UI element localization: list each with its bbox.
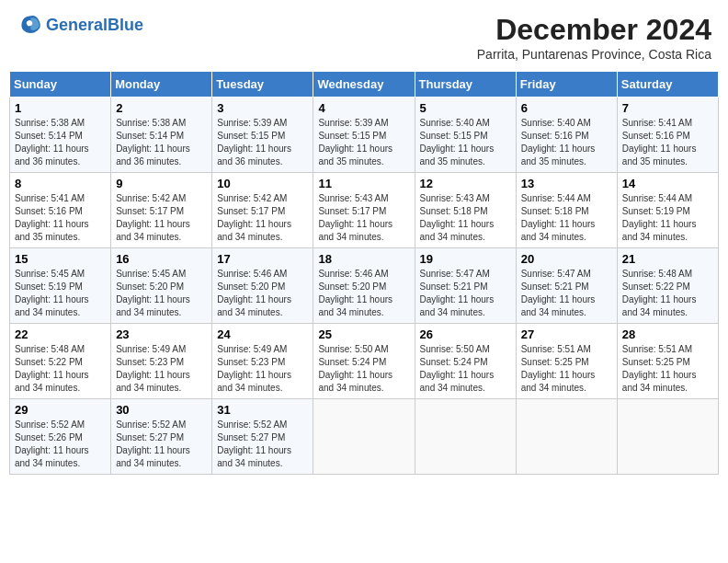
calendar-week-2: 8Sunrise: 5:41 AMSunset: 5:16 PMDaylight… [10, 173, 719, 248]
day-number: 27 [521, 327, 612, 341]
day-number: 24 [217, 327, 308, 341]
day-info: Sunrise: 5:51 AMSunset: 5:25 PMDaylight:… [622, 343, 713, 395]
weekday-header-monday: Monday [111, 72, 212, 98]
calendar-cell: 30Sunrise: 5:52 AMSunset: 5:27 PMDayligh… [111, 399, 212, 475]
day-number: 29 [15, 403, 106, 417]
day-number: 14 [622, 177, 713, 190]
day-number: 18 [318, 252, 409, 266]
day-number: 4 [318, 101, 409, 115]
calendar-cell: 18Sunrise: 5:46 AMSunset: 5:20 PMDayligh… [313, 248, 415, 324]
calendar-cell: 28Sunrise: 5:51 AMSunset: 5:25 PMDayligh… [617, 324, 718, 399]
day-number: 20 [521, 252, 612, 266]
calendar-cell: 3Sunrise: 5:39 AMSunset: 5:15 PMDaylight… [212, 98, 313, 173]
weekday-header-row: SundayMondayTuesdayWednesdayThursdayFrid… [10, 72, 719, 98]
calendar-cell: 17Sunrise: 5:46 AMSunset: 5:20 PMDayligh… [212, 248, 313, 324]
calendar-cell: 24Sunrise: 5:49 AMSunset: 5:23 PMDayligh… [212, 324, 313, 399]
logo-general: General [46, 16, 108, 34]
calendar-cell: 22Sunrise: 5:48 AMSunset: 5:22 PMDayligh… [10, 324, 111, 399]
day-number: 13 [521, 177, 612, 190]
calendar-cell: 11Sunrise: 5:43 AMSunset: 5:17 PMDayligh… [313, 173, 415, 248]
day-number: 7 [622, 101, 713, 115]
calendar-cell: 13Sunrise: 5:44 AMSunset: 5:18 PMDayligh… [516, 173, 617, 248]
weekday-header-tuesday: Tuesday [212, 72, 313, 98]
day-number: 26 [420, 327, 511, 341]
day-number: 8 [15, 177, 106, 190]
day-info: Sunrise: 5:42 AMSunset: 5:17 PMDaylight:… [116, 192, 207, 244]
day-info: Sunrise: 5:47 AMSunset: 5:21 PMDaylight:… [521, 268, 612, 319]
day-number: 30 [116, 403, 207, 417]
day-info: Sunrise: 5:43 AMSunset: 5:17 PMDaylight:… [318, 192, 409, 244]
day-info: Sunrise: 5:40 AMSunset: 5:16 PMDaylight:… [521, 117, 612, 168]
day-number: 16 [116, 252, 207, 266]
calendar-cell: 25Sunrise: 5:50 AMSunset: 5:24 PMDayligh… [313, 324, 415, 399]
day-info: Sunrise: 5:43 AMSunset: 5:18 PMDaylight:… [420, 192, 511, 244]
day-info: Sunrise: 5:46 AMSunset: 5:20 PMDaylight:… [318, 268, 409, 319]
day-info: Sunrise: 5:49 AMSunset: 5:23 PMDaylight:… [217, 343, 308, 395]
day-info: Sunrise: 5:38 AMSunset: 5:14 PMDaylight:… [15, 117, 106, 168]
day-number: 10 [217, 177, 308, 190]
day-number: 19 [420, 252, 511, 266]
calendar-cell: 20Sunrise: 5:47 AMSunset: 5:21 PMDayligh… [516, 248, 617, 324]
day-number: 6 [521, 101, 612, 115]
calendar-cell: 15Sunrise: 5:45 AMSunset: 5:19 PMDayligh… [10, 248, 111, 324]
day-number: 3 [217, 101, 308, 115]
calendar-cell: 23Sunrise: 5:49 AMSunset: 5:23 PMDayligh… [111, 324, 212, 399]
logo-text: GeneralBlue [46, 17, 143, 35]
day-info: Sunrise: 5:38 AMSunset: 5:14 PMDaylight:… [116, 117, 207, 168]
day-info: Sunrise: 5:41 AMSunset: 5:16 PMDaylight:… [15, 192, 106, 244]
calendar-cell: 19Sunrise: 5:47 AMSunset: 5:21 PMDayligh… [415, 248, 516, 324]
day-info: Sunrise: 5:45 AMSunset: 5:20 PMDaylight:… [116, 268, 207, 319]
day-info: Sunrise: 5:52 AMSunset: 5:27 PMDaylight:… [217, 419, 308, 470]
location-subtitle: Parrita, Puntarenas Province, Costa Rica [477, 47, 711, 62]
calendar-cell: 26Sunrise: 5:50 AMSunset: 5:24 PMDayligh… [415, 324, 516, 399]
day-info: Sunrise: 5:50 AMSunset: 5:24 PMDaylight:… [420, 343, 511, 395]
weekday-header-wednesday: Wednesday [313, 72, 415, 98]
day-info: Sunrise: 5:44 AMSunset: 5:19 PMDaylight:… [622, 192, 713, 244]
calendar-week-1: 1Sunrise: 5:38 AMSunset: 5:14 PMDaylight… [10, 98, 719, 173]
calendar-cell: 2Sunrise: 5:38 AMSunset: 5:14 PMDaylight… [111, 98, 212, 173]
calendar-week-3: 15Sunrise: 5:45 AMSunset: 5:19 PMDayligh… [10, 248, 719, 324]
day-info: Sunrise: 5:51 AMSunset: 5:25 PMDaylight:… [521, 343, 612, 395]
day-number: 22 [15, 327, 106, 341]
day-number: 2 [116, 101, 207, 115]
day-info: Sunrise: 5:39 AMSunset: 5:15 PMDaylight:… [318, 117, 409, 168]
weekday-header-saturday: Saturday [617, 72, 718, 98]
calendar-cell: 8Sunrise: 5:41 AMSunset: 5:16 PMDaylight… [10, 173, 111, 248]
calendar-cell: 14Sunrise: 5:44 AMSunset: 5:19 PMDayligh… [617, 173, 718, 248]
day-info: Sunrise: 5:42 AMSunset: 5:17 PMDaylight:… [217, 192, 308, 244]
calendar-cell: 29Sunrise: 5:52 AMSunset: 5:26 PMDayligh… [10, 399, 111, 475]
weekday-header-sunday: Sunday [10, 72, 111, 98]
day-info: Sunrise: 5:49 AMSunset: 5:23 PMDaylight:… [116, 343, 207, 395]
day-info: Sunrise: 5:48 AMSunset: 5:22 PMDaylight:… [622, 268, 713, 319]
header: GeneralBlue December 2024 Parrita, Punta… [9, 9, 719, 65]
logo-icon [17, 13, 42, 39]
calendar-cell [516, 399, 617, 475]
calendar-table: SundayMondayTuesdayWednesdayThursdayFrid… [9, 71, 719, 475]
calendar-cell [415, 399, 516, 475]
day-number: 1 [15, 101, 106, 115]
day-number: 31 [217, 403, 308, 417]
calendar-cell: 7Sunrise: 5:41 AMSunset: 5:16 PMDaylight… [617, 98, 718, 173]
calendar-cell [617, 399, 718, 475]
calendar-cell: 9Sunrise: 5:42 AMSunset: 5:17 PMDaylight… [111, 173, 212, 248]
calendar-week-4: 22Sunrise: 5:48 AMSunset: 5:22 PMDayligh… [10, 324, 719, 399]
calendar-week-5: 29Sunrise: 5:52 AMSunset: 5:26 PMDayligh… [10, 399, 719, 475]
day-number: 28 [622, 327, 713, 341]
weekday-header-friday: Friday [516, 72, 617, 98]
calendar-cell: 4Sunrise: 5:39 AMSunset: 5:15 PMDaylight… [313, 98, 415, 173]
calendar-cell: 16Sunrise: 5:45 AMSunset: 5:20 PMDayligh… [111, 248, 212, 324]
day-info: Sunrise: 5:45 AMSunset: 5:19 PMDaylight:… [15, 268, 106, 319]
logo: GeneralBlue [17, 13, 143, 39]
calendar-cell: 27Sunrise: 5:51 AMSunset: 5:25 PMDayligh… [516, 324, 617, 399]
calendar-cell: 1Sunrise: 5:38 AMSunset: 5:14 PMDaylight… [10, 98, 111, 173]
weekday-header-thursday: Thursday [415, 72, 516, 98]
calendar-cell: 21Sunrise: 5:48 AMSunset: 5:22 PMDayligh… [617, 248, 718, 324]
day-number: 12 [420, 177, 511, 190]
day-info: Sunrise: 5:48 AMSunset: 5:22 PMDaylight:… [15, 343, 106, 395]
day-info: Sunrise: 5:50 AMSunset: 5:24 PMDaylight:… [318, 343, 409, 395]
calendar-cell: 6Sunrise: 5:40 AMSunset: 5:16 PMDaylight… [516, 98, 617, 173]
day-number: 25 [318, 327, 409, 341]
day-number: 21 [622, 252, 713, 266]
calendar-cell: 5Sunrise: 5:40 AMSunset: 5:15 PMDaylight… [415, 98, 516, 173]
day-info: Sunrise: 5:47 AMSunset: 5:21 PMDaylight:… [420, 268, 511, 319]
